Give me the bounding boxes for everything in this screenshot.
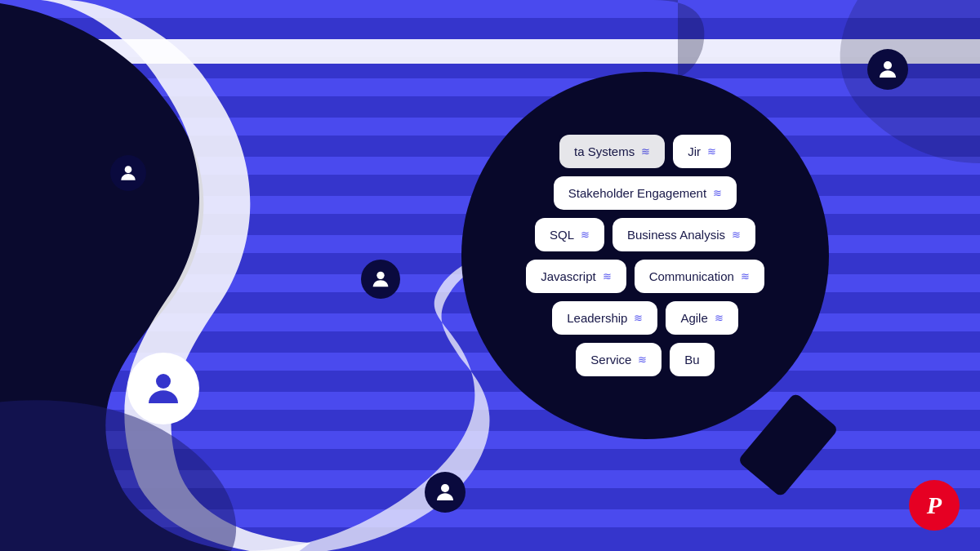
skill-signal-icon: ≋ <box>713 187 722 199</box>
skill-label: Bu <box>684 353 699 367</box>
skill-tag-javascript: Javascript ≋ <box>526 260 626 293</box>
skill-row-2: Stakeholder Engagement ≋ <box>476 176 814 210</box>
skill-tag-business-analysis: Business Analysis ≋ <box>612 218 755 251</box>
svg-rect-1 <box>0 0 980 18</box>
avatar-4 <box>425 472 466 513</box>
skill-tag-stakeholder: Stakeholder Engagement ≋ <box>554 176 737 210</box>
skill-row-5: Leadership ≋ Agile ≋ <box>476 301 814 335</box>
avatar-2 <box>361 260 400 299</box>
skill-signal-icon: ≋ <box>715 312 724 324</box>
skill-signal-icon: ≋ <box>603 270 612 282</box>
skill-row-6: Service ≋ Bu <box>476 343 814 376</box>
skill-tag-service: Service ≋ <box>576 343 662 376</box>
avatar-1 <box>110 155 146 191</box>
skill-signal-icon: ≋ <box>732 229 741 241</box>
svg-point-19 <box>441 484 449 492</box>
skills-grid: ta Systems ≋ Jir ≋ Stakeholder Engagemen… <box>461 127 829 384</box>
skill-tag-data-systems: ta Systems ≋ <box>559 135 665 168</box>
pinterest-logo[interactable]: P <box>909 480 960 531</box>
avatar-3 <box>127 353 199 424</box>
skill-row-4: Javascript ≋ Communication ≋ <box>476 260 814 293</box>
skill-label: Agile <box>680 311 707 325</box>
skill-tag-sql: SQL ≋ <box>535 218 604 251</box>
svg-point-20 <box>884 61 892 69</box>
skill-tag-agile: Agile ≋ <box>666 301 737 335</box>
skill-label: ta Systems <box>574 144 635 158</box>
skill-signal-icon: ≋ <box>641 145 650 158</box>
skill-tag-communication: Communication ≋ <box>635 260 764 293</box>
pinterest-symbol: P <box>927 491 942 519</box>
scene: ta Systems ≋ Jir ≋ Stakeholder Engagemen… <box>0 0 980 551</box>
skill-signal-icon: ≋ <box>634 312 643 324</box>
skill-label: Javascript <box>541 269 596 283</box>
skill-tag-bu: Bu <box>670 343 714 376</box>
skill-row-1: ta Systems ≋ Jir ≋ <box>476 135 814 168</box>
skill-label: SQL <box>550 228 574 242</box>
skill-tag-leadership: Leadership ≋ <box>552 301 657 335</box>
skill-row-3: SQL ≋ Business Analysis ≋ <box>476 218 814 251</box>
skill-signal-icon: ≋ <box>707 145 716 158</box>
skill-label: Jir <box>688 144 701 158</box>
skill-label: Service <box>590 353 631 367</box>
avatar-5 <box>867 49 908 90</box>
skill-signal-icon: ≋ <box>581 229 590 241</box>
skill-label: Leadership <box>567 311 627 325</box>
skill-label: Stakeholder Engagement <box>568 186 706 200</box>
svg-point-18 <box>156 374 171 389</box>
skill-signal-icon: ≋ <box>741 270 750 282</box>
skill-signal-icon: ≋ <box>638 353 647 366</box>
svg-point-16 <box>125 166 132 173</box>
skill-label: Business Analysis <box>627 228 725 242</box>
magnifier-circle: ta Systems ≋ Jir ≋ Stakeholder Engagemen… <box>461 72 829 439</box>
skill-label: Communication <box>649 269 734 283</box>
svg-point-17 <box>376 272 384 279</box>
skill-tag-jira: Jir ≋ <box>673 135 731 168</box>
